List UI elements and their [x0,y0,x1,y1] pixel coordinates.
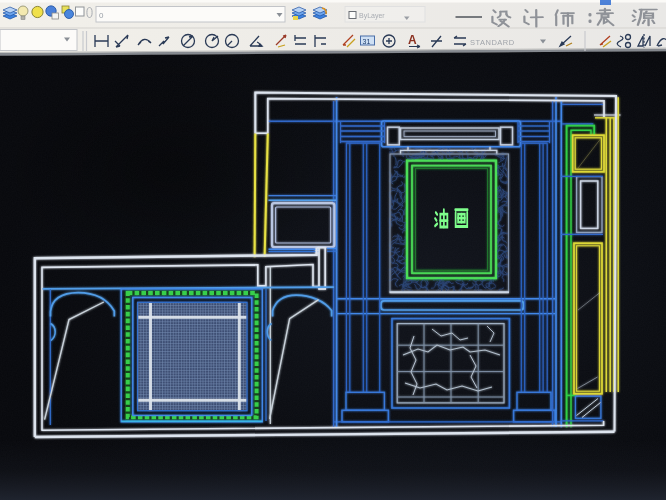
svg-text:31: 31 [363,38,371,45]
svg-text:STANDARD: STANDARD [470,38,515,47]
svg-text:0: 0 [99,11,104,20]
svg-text:ByLayer: ByLayer [359,12,385,20]
svg-text:A: A [408,33,417,47]
